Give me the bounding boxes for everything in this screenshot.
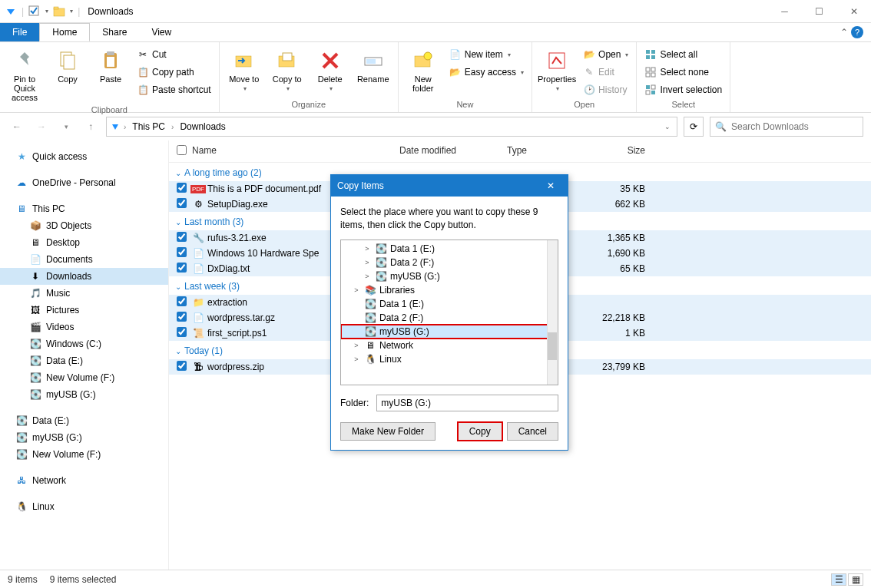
new-folder-button[interactable]: New folder <box>403 47 443 94</box>
properties-button[interactable]: Properties <box>537 47 577 94</box>
nav-item-3d-objects[interactable]: 📦3D Objects <box>0 217 168 234</box>
easy-access-button[interactable]: 📂Easy access <box>446 64 527 80</box>
row-checkbox[interactable] <box>177 198 187 208</box>
row-checkbox[interactable] <box>177 327 187 337</box>
expand-icon[interactable]: > <box>363 245 372 253</box>
col-type[interactable]: Type <box>507 145 599 157</box>
search-input[interactable] <box>731 121 858 132</box>
maximize-button[interactable]: ☐ <box>802 0 836 23</box>
select-all-button[interactable]: Select all <box>641 47 725 62</box>
paste-shortcut-button[interactable]: 📋Paste shortcut <box>134 82 214 97</box>
tree-item-data-2-f-[interactable]: >💽Data 2 (F:) <box>341 256 558 269</box>
breadcrumb[interactable]: › This PC › Downloads ⌄ <box>106 117 677 137</box>
tree-item-myusb-g-[interactable]: 💽myUSB (G:) <box>341 325 558 339</box>
row-checkbox[interactable] <box>177 263 187 273</box>
tree-item-data-1-e-[interactable]: 💽Data 1 (E:) <box>341 297 558 311</box>
row-checkbox[interactable] <box>177 247 187 257</box>
tab-file[interactable]: File <box>0 23 39 41</box>
down-arrow-icon[interactable] <box>5 5 17 18</box>
nav-item-videos[interactable]: 🎬Videos <box>0 319 168 335</box>
tree-item-network[interactable]: >🖥Network <box>341 339 558 352</box>
row-checkbox[interactable] <box>177 361 187 371</box>
folder-input[interactable] <box>376 395 558 411</box>
crumb-downloads[interactable]: Downloads <box>177 120 228 134</box>
col-size[interactable]: Size <box>599 145 661 157</box>
forward-button[interactable]: → <box>32 117 51 136</box>
tree-item-data-1-e-[interactable]: >💽Data 1 (E:) <box>341 242 558 256</box>
recent-button[interactable]: ▾ <box>57 117 75 136</box>
edit-button[interactable]: ✎Edit <box>580 64 631 80</box>
tab-share[interactable]: Share <box>90 23 139 41</box>
open-button[interactable]: 📂Open <box>580 47 631 62</box>
nav-thispc[interactable]: 🖥This PC <box>0 200 168 217</box>
expand-icon[interactable]: > <box>363 259 372 266</box>
view-details-button[interactable]: ☰ <box>831 573 846 586</box>
nav-item-data-e-[interactable]: 💽Data (E:) <box>0 352 168 369</box>
delete-button[interactable]: Delete <box>310 47 350 94</box>
new-item-button[interactable]: 📄New item <box>446 47 527 62</box>
select-none-button[interactable]: Select none <box>641 64 725 80</box>
expand-icon[interactable]: > <box>352 286 361 294</box>
search-box[interactable]: 🔍 <box>710 117 863 137</box>
expand-icon[interactable]: > <box>352 355 361 363</box>
expand-icon[interactable]: > <box>352 342 361 349</box>
tab-home[interactable]: Home <box>39 23 90 41</box>
breadcrumb-dropdown-icon[interactable]: ⌄ <box>664 123 671 130</box>
tree-item-data-2-f-[interactable]: 💽Data 2 (F:) <box>341 311 558 325</box>
up-button[interactable]: ↑ <box>81 117 100 136</box>
dialog-titlebar[interactable]: Copy Items ✕ <box>331 175 568 197</box>
tab-view[interactable]: View <box>139 23 184 41</box>
nav-item-pictures[interactable]: 🖼Pictures <box>0 302 168 319</box>
crumb-thispc[interactable]: This PC <box>129 120 168 134</box>
pin-button[interactable]: Pin to Quick access <box>5 47 45 104</box>
cut-button[interactable]: ✂Cut <box>134 47 214 62</box>
tree-item-linux[interactable]: >🐧Linux <box>341 352 558 366</box>
nav-item-downloads[interactable]: ⬇Downloads <box>0 268 168 285</box>
nav-item-documents[interactable]: 📄Documents <box>0 251 168 268</box>
checkbox-toggle-icon[interactable] <box>28 5 41 18</box>
chevron-icon[interactable]: › <box>124 123 126 131</box>
row-checkbox[interactable] <box>177 183 187 193</box>
copy-button[interactable]: Copy <box>48 47 88 85</box>
nav-linux[interactable]: 🐧Linux <box>0 498 168 515</box>
row-checkbox[interactable] <box>177 296 187 306</box>
tree-item-myusb-g-[interactable]: >💽myUSB (G:) <box>341 269 558 283</box>
nav-item-windows-c-[interactable]: 💽Windows (C:) <box>0 335 168 352</box>
rename-button[interactable]: Rename <box>353 47 393 85</box>
copy-path-button[interactable]: 📋Copy path <box>134 64 214 80</box>
minimize-button[interactable]: ─ <box>767 0 802 23</box>
nav-network[interactable]: 🖧Network <box>0 472 168 489</box>
col-date[interactable]: Date modified <box>399 145 507 157</box>
nav-drive-myusb-g-[interactable]: 💽myUSB (G:) <box>0 429 168 446</box>
make-new-folder-button[interactable]: Make New Folder <box>340 422 436 441</box>
invert-selection-button[interactable]: Invert selection <box>641 82 725 97</box>
row-checkbox[interactable] <box>177 232 187 242</box>
chevron-icon[interactable]: › <box>171 123 174 131</box>
nav-onedrive[interactable]: ☁OneDrive - Personal <box>0 174 168 191</box>
qat-dropdown-icon[interactable]: ▾ <box>45 8 48 15</box>
ribbon-collapse-icon[interactable]: ⌃ <box>840 27 848 38</box>
scrollbar-track[interactable] <box>547 240 558 385</box>
nav-drive-new-volume-f-[interactable]: 💽New Volume (F:) <box>0 446 168 463</box>
nav-item-desktop[interactable]: 🖥Desktop <box>0 234 168 251</box>
nav-item-music[interactable]: 🎵Music <box>0 285 168 302</box>
nav-quick-access[interactable]: ★Quick access <box>0 148 168 165</box>
select-all-checkbox[interactable] <box>177 145 187 155</box>
help-icon[interactable]: ? <box>851 26 863 38</box>
col-name[interactable]: Name <box>192 145 399 157</box>
tree-item-libraries[interactable]: >📚Libraries <box>341 283 558 297</box>
copy-to-button[interactable]: Copy to <box>267 47 307 94</box>
nav-item-myusb-g-[interactable]: 💽myUSB (G:) <box>0 386 168 403</box>
paste-button[interactable]: Paste <box>91 47 131 85</box>
close-button[interactable]: ✕ <box>836 0 871 23</box>
back-button[interactable]: ← <box>8 117 26 136</box>
qat-dropdown2-icon[interactable]: ▾ <box>70 8 73 15</box>
history-button[interactable]: 🕑History <box>580 82 631 97</box>
refresh-button[interactable]: ⟳ <box>684 117 704 137</box>
cancel-button[interactable]: Cancel <box>507 422 558 441</box>
view-icons-button[interactable]: ▦ <box>848 573 863 586</box>
scrollbar-thumb[interactable] <box>548 332 557 360</box>
dialog-tree[interactable]: >💽Data 1 (E:)>💽Data 2 (F:)>💽myUSB (G:)>📚… <box>340 239 558 385</box>
expand-icon[interactable]: > <box>363 273 372 280</box>
nav-drive-data-e-[interactable]: 💽Data (E:) <box>0 412 168 429</box>
